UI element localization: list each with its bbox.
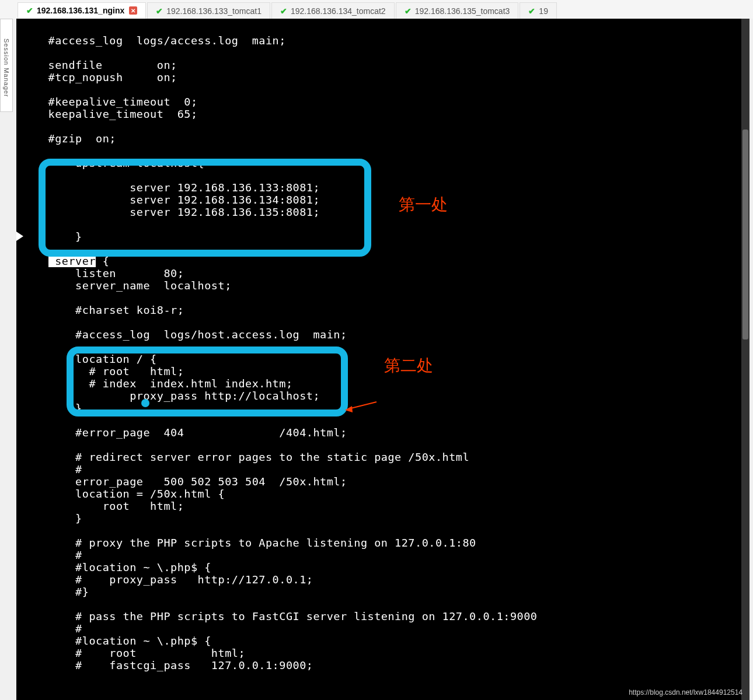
terminal-wrap: #access_log logs/access.log main; sendfi… xyxy=(16,19,749,700)
checkmark-icon: ✔ xyxy=(280,6,287,16)
tab-tomcat3[interactable]: ✔ 192.168.136.135_tomcat3 xyxy=(396,2,519,19)
annotation-second: 第二处 xyxy=(384,355,433,377)
tab-strip: ✔ 192.168.136.131_nginx ✕ ✔ 192.168.136.… xyxy=(0,0,753,19)
terminal[interactable]: #access_log logs/access.log main; sendfi… xyxy=(16,19,749,700)
session-manager-panel[interactable]: Session Manager xyxy=(0,19,13,112)
tab-nginx[interactable]: ✔ 192.168.136.131_nginx ✕ xyxy=(18,2,146,19)
tab-label: 19 xyxy=(539,6,548,16)
tab-tomcat2[interactable]: ✔ 192.168.136.134_tomcat2 xyxy=(271,2,395,19)
checkmark-icon: ✔ xyxy=(528,6,535,16)
scrollbar-thumb[interactable] xyxy=(742,130,748,340)
watermark: https://blog.csdn.net/lxw1844912514 xyxy=(629,688,742,696)
tab-label: 192.168.136.134_tomcat2 xyxy=(291,6,386,16)
checkmark-icon: ✔ xyxy=(26,6,33,15)
checkmark-icon: ✔ xyxy=(156,6,163,16)
tab-truncated[interactable]: ✔ 19 xyxy=(520,2,557,19)
tab-label: 192.168.136.135_tomcat3 xyxy=(415,6,510,16)
annotation-first: 第一处 xyxy=(399,194,448,216)
tab-label: 192.168.136.133_tomcat1 xyxy=(166,6,262,16)
scrollbar[interactable] xyxy=(741,19,749,700)
tab-label: 192.168.136.131_nginx xyxy=(37,6,124,15)
tab-tomcat1[interactable]: ✔ 192.168.136.133_tomcat1 xyxy=(147,2,270,19)
close-icon[interactable]: ✕ xyxy=(129,6,137,15)
cursor-indicator-icon xyxy=(16,232,23,241)
checkmark-icon: ✔ xyxy=(405,6,412,16)
session-manager-label: Session Manager xyxy=(3,38,10,97)
